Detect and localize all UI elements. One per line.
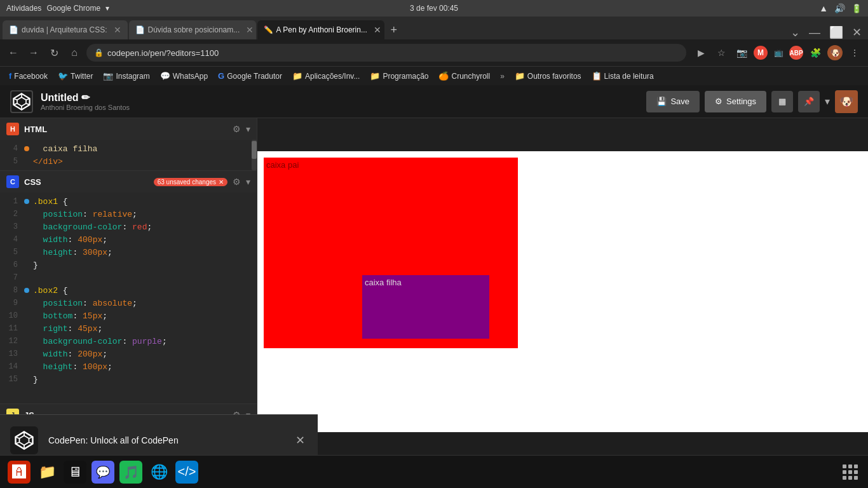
css-spacer-6 (24, 262, 29, 268)
bookmark-whatsapp[interactable]: 💬 WhatsApp (156, 70, 212, 82)
reload-button[interactable]: ↻ (46, 44, 62, 61)
forward-button[interactable]: → (25, 44, 42, 61)
home-button[interactable]: ⌂ (66, 44, 83, 61)
programacao-icon: 📁 (370, 71, 380, 81)
html-chevron-icon[interactable]: ▾ (246, 124, 250, 134)
settings-button[interactable]: ⚙ Settings (705, 91, 766, 112)
css-spacer-2 (24, 212, 29, 217)
css-spacer-10 (24, 313, 29, 318)
star-button[interactable]: ☆ (713, 44, 729, 61)
bookmark-whatsapp-label: WhatsApp (173, 72, 208, 81)
taskbar-discord[interactable]: 💬 (92, 461, 114, 484)
app-name[interactable]: Google Chrome (46, 4, 100, 13)
profile-avatar[interactable]: 🐶 (827, 45, 843, 60)
tab3-favicon: ✏️ (264, 25, 273, 34)
taskbar-store[interactable]: 🅰 (8, 461, 31, 484)
bookmark-facebook[interactable]: f Facebook (5, 70, 51, 82)
css-spacer-3 (24, 224, 29, 229)
css-spacer-11 (24, 326, 29, 331)
css-line-15: 15 } (0, 373, 257, 386)
bookmark-twitter-label: Twitter (71, 72, 93, 81)
googletrans-icon: G (218, 71, 224, 81)
css-settings-icon[interactable]: ⚙ (233, 177, 241, 187)
html-panel: H HTML ⚙ ▾ 4 caixa filha 5 </div> (0, 118, 257, 171)
app-dropdown-icon[interactable]: ▾ (105, 4, 109, 13)
html-settings-icon[interactable]: ⚙ (233, 124, 241, 134)
html-editor-body[interactable]: 4 caixa filha 5 </div> (0, 140, 257, 170)
adblock-icon[interactable]: ABP (789, 46, 803, 60)
codepen-avatar[interactable]: 🐶 (835, 90, 858, 113)
taskbar-terminal[interactable]: 🖥 (64, 461, 86, 484)
cast-button[interactable]: ▶ (693, 44, 709, 61)
bookmark-googletrans-label: Google Tradutor (227, 72, 282, 81)
menu-button[interactable]: ⋮ (846, 44, 863, 61)
gmail-icon[interactable]: M (754, 46, 768, 60)
tab-overflow[interactable]: ⌄ (787, 25, 804, 39)
bookmark-aplicacoes[interactable]: 📁 Aplicações/Inv... (288, 70, 363, 82)
address-bar[interactable]: 🔒 codepen.io/pen/?editors=1100 (86, 44, 686, 62)
css-spacer-13 (24, 351, 29, 356)
taskbar-chrome[interactable]: 🌐 (147, 461, 170, 484)
screenshot-button[interactable]: 📷 (733, 44, 750, 61)
extensions-button[interactable]: 🧩 (807, 44, 824, 61)
instagram-icon: 📷 (103, 71, 113, 81)
tab3-close[interactable]: ✕ (374, 25, 381, 35)
css-spacer-7 (24, 275, 29, 280)
css-editor-body[interactable]: 1 .box1 { 2 position: relative; 3 (0, 193, 257, 403)
css-line-11: 11 right: 45px; (0, 322, 257, 335)
bookmark-lista[interactable]: 📋 Lista de leitura (588, 70, 658, 82)
css-line-14: 14 height: 100px; (0, 360, 257, 373)
css-line-12: 12 background-color: purple; (0, 335, 257, 348)
html-scrollbar-thumb[interactable] (252, 141, 257, 159)
css-line-10: 10 bottom: 15px; (0, 309, 257, 322)
css-line-3: 3 background-color: red; (0, 220, 257, 233)
facebook-icon: f (9, 71, 11, 81)
back-button[interactable]: ← (5, 44, 22, 61)
tab2-close[interactable]: ✕ (246, 25, 254, 35)
taskbar-spotify[interactable]: 🎵 (119, 461, 142, 484)
preview-content: caixa pai caixa filha (257, 151, 868, 355)
cast-icon[interactable]: 📺 (771, 46, 785, 60)
bookmark-twitter[interactable]: 🐦 Twitter (54, 70, 97, 82)
save-button[interactable]: 💾 Save (646, 91, 700, 112)
settings-gear-icon: ⚙ (715, 97, 722, 106)
bookmark-outros[interactable]: 📁 Outros favoritos (511, 70, 585, 82)
browser-tab-3[interactable]: ✏️ A Pen by Anthoni Broerin... ✕ (257, 20, 384, 39)
badge-close-icon[interactable]: ✕ (219, 179, 224, 186)
aplicacoes-icon: 📁 (292, 71, 302, 81)
grid-dot (843, 470, 846, 474)
html-panel-title: HTML (24, 125, 227, 134)
battery-icon: 🔋 (851, 4, 862, 13)
browser-tab-1[interactable]: 📄 duvida | Arquitetura CSS: ✕ (3, 20, 128, 39)
bookmark-googletrans[interactable]: G Google Tradutor (214, 70, 286, 82)
css-line-4: 4 width: 400px; (0, 233, 257, 246)
html-scrollbar[interactable] (252, 140, 257, 170)
css-line-1: 1 .box1 { (0, 195, 257, 208)
tab1-close[interactable]: ✕ (114, 25, 121, 35)
unsaved-changes-badge[interactable]: 63 unsaved changes ✕ (154, 178, 227, 186)
crunchyroll-icon: 🍊 (438, 71, 449, 81)
restore-button[interactable]: ⬜ (825, 25, 847, 39)
css-chevron-icon[interactable]: ▾ (246, 177, 250, 187)
line-dot-orange (24, 146, 29, 151)
pin-button[interactable]: 📌 (798, 91, 820, 112)
taskbar-files[interactable]: 📁 (36, 461, 58, 484)
new-tab-button[interactable]: + (386, 20, 403, 39)
bookmark-more[interactable]: » (496, 71, 508, 82)
taskbar-grid-button[interactable] (840, 462, 860, 482)
bookmark-programacao[interactable]: 📁 Programação (366, 70, 432, 82)
dropdown-icon[interactable]: ▾ (825, 95, 830, 107)
outros-icon: 📁 (515, 71, 525, 81)
notification-close-button[interactable]: ✕ (292, 433, 308, 448)
browser-tab-2[interactable]: 📄 Dúvida sobre posicionam... ✕ (129, 20, 256, 39)
bookmark-instagram[interactable]: 📷 Instagram (99, 70, 153, 82)
bookmark-crunchyroll[interactable]: 🍊 Crunchyroll (435, 70, 494, 82)
css-panel: C CSS 63 unsaved changes ✕ ⚙ ▾ 1 .box1 { (0, 171, 257, 404)
taskbar-vscode[interactable]: </> (175, 461, 198, 484)
close-button[interactable]: ✕ (848, 25, 865, 39)
tabs-bar: 📄 duvida | Arquitetura CSS: ✕ 📄 Dúvida s… (0, 17, 868, 39)
preview-box2-label: caixa filha (362, 275, 489, 290)
minimize-button[interactable]: — (805, 26, 824, 39)
layout-button[interactable]: ▦ (771, 91, 793, 112)
activities-label[interactable]: Atividades (6, 4, 41, 13)
